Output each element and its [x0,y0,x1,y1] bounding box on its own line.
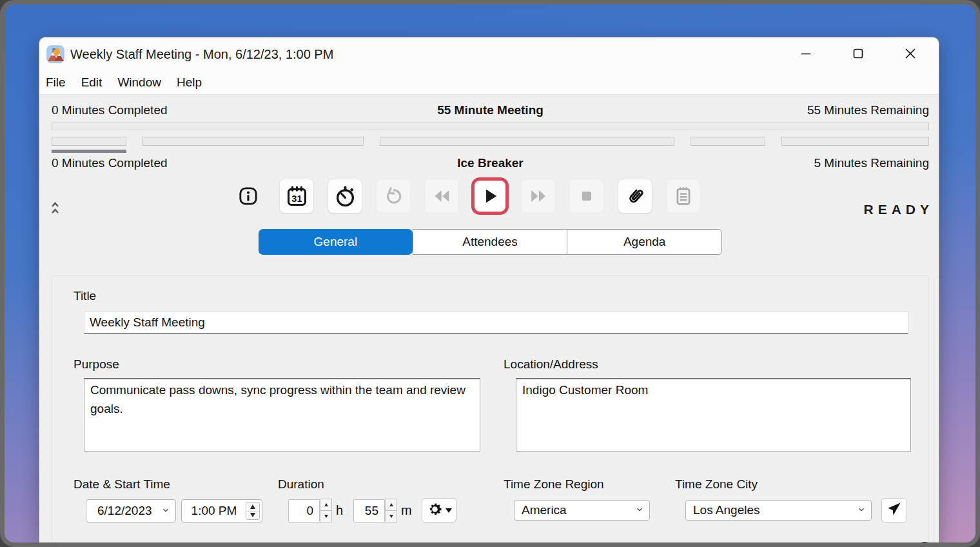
double-chevron-up-icon [51,206,59,217]
timezone-region-dropdown[interactable]: America [514,500,650,521]
toolbar-buttons: 31 [231,179,701,214]
navigation-arrow-icon [886,501,903,520]
info-button[interactable] [231,179,266,214]
minimize-button[interactable] [791,42,821,66]
menu-window[interactable]: Window [117,75,161,90]
close-button[interactable] [896,42,925,66]
chevron-down-icon [857,503,866,517]
tab-general[interactable]: General [259,229,413,255]
purpose-textarea[interactable]: Communicate pass downs, sync progress wi… [84,378,480,452]
hours-down-button[interactable] [320,510,332,522]
purpose-label: Purpose [74,357,119,372]
toolbar: 31 READY [39,177,939,219]
timezone-city-label: Time Zone City [675,477,758,492]
time-field[interactable]: 1:00 PM [181,499,262,522]
agenda-segment-5 [781,137,929,146]
window-controls [791,37,939,71]
overall-minutes-remaining: 55 Minutes Remaining [807,103,929,117]
reset-icon [383,186,404,207]
agenda-segment-3 [380,137,674,146]
duration-hours-input[interactable] [288,499,320,522]
hours-unit-label: h [336,503,343,518]
duration-label: Duration [278,477,324,492]
location-label: Location/Address [504,357,598,372]
minutes-down-button[interactable] [385,510,397,522]
date-dropdown[interactable]: 6/12/2023 [86,499,176,522]
maximize-icon [848,44,868,65]
partially-visible-button [915,542,934,542]
stop-button [569,179,604,214]
agenda-segment-2 [142,137,364,146]
notes-icon [672,185,694,207]
current-agenda-item-title: Ice Breaker [457,156,523,170]
time-spinner[interactable] [246,502,260,520]
timer-button[interactable] [328,179,362,214]
info-icon [237,185,259,207]
general-tab-panel: Title Purpose Communicate pass downs, sy… [52,275,929,542]
current-minutes-completed: 0 Minutes Completed [52,156,168,170]
title-input[interactable] [84,311,908,334]
play-icon [479,185,501,207]
minimize-icon [796,44,816,65]
reset-button [376,179,411,214]
overall-minutes-completed: 0 Minutes Completed [52,103,168,117]
date-value: 6/12/2023 [97,504,152,518]
calendar-icon: 31 [285,184,309,208]
overall-progress-labels: 0 Minutes Completed 55 Minute Meeting 55… [52,103,929,120]
use-current-location-button[interactable] [881,498,907,522]
menu-bar: FileEditWindowHelp [39,71,939,95]
current-minutes-remaining: 5 Minutes Remaining [814,156,929,170]
location-textarea[interactable]: Indigo Customer Room [516,378,911,452]
svg-text:31: 31 [291,193,302,203]
screenshot-frame: Weekly Staff Meeting - Mon, 6/12/23, 1:0… [0,0,980,547]
tab-agenda[interactable]: Agenda [567,229,722,255]
timezone-city-value: Los Angeles [693,503,760,517]
attachment-icon [623,184,647,208]
duration-settings-button[interactable] [422,498,456,522]
timezone-city-dropdown[interactable]: Los Angeles [685,500,872,521]
close-icon [901,44,920,65]
calendar-button[interactable]: 31 [279,179,314,214]
duration-minutes-spinner[interactable] [385,499,397,522]
hours-up-button[interactable] [320,499,332,511]
chevron-down-icon [161,504,170,518]
menu-help[interactable]: Help [177,75,202,90]
minutes-up-button[interactable] [385,499,397,511]
chevron-down-icon [635,503,644,517]
overall-progress-bar [52,123,929,130]
stop-icon [576,185,598,207]
minutes-unit-label: m [401,503,412,518]
app-window: Weekly Staff Meeting - Mon, 6/12/23, 1:0… [39,37,939,542]
window-title: Weekly Staff Meeting - Mon, 6/12/23, 1:0… [70,47,333,62]
tab-attendees[interactable]: Attendees [413,229,568,255]
timezone-region-label: Time Zone Region [504,477,604,492]
title-bar[interactable]: Weekly Staff Meeting - Mon, 6/12/23, 1:0… [39,37,939,71]
dropdown-caret-icon [446,508,452,513]
fast-forward-icon [527,185,549,207]
menu-edit[interactable]: Edit [81,75,103,90]
notes-button [666,179,701,214]
meeting-length-title: 55 Minute Meeting [437,103,544,117]
title-label: Title [74,289,96,303]
time-up-button[interactable] [246,502,259,511]
duration-minutes-input[interactable] [353,499,385,522]
status-badge: READY [863,202,934,217]
current-item-labels: 0 Minutes Completed Ice Breaker 5 Minute… [52,156,929,173]
rewind-icon [431,185,453,207]
play-button[interactable] [471,177,509,215]
down-arrow-icon [324,515,328,518]
fast-forward-button [521,179,556,214]
maximize-button[interactable] [843,42,873,66]
timezone-region-value: America [522,503,567,517]
agenda-segment-1 [52,137,126,146]
up-arrow-icon [389,503,393,506]
collapse-panel-button[interactable] [51,201,59,217]
up-arrow-icon [250,504,255,509]
menu-file[interactable]: File [46,75,66,90]
tab-bar: GeneralAttendeesAgenda [259,229,722,255]
datetime-label: Date & Start Time [74,477,170,492]
duration-hours-spinner[interactable] [320,499,332,522]
time-down-button[interactable] [246,511,259,520]
gear-icon [426,501,444,521]
attachment-button[interactable] [618,179,652,214]
